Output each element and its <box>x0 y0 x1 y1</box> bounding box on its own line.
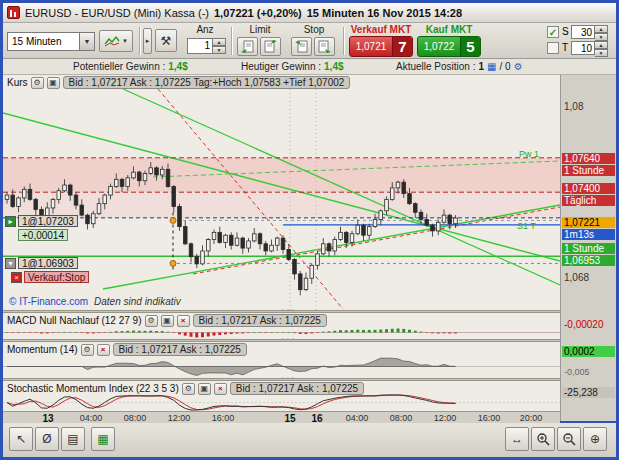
target-checkbox[interactable] <box>547 42 559 54</box>
disclaimer: Daten sind indikativ <box>94 296 181 307</box>
stochastic-value: -25,238 <box>562 387 615 398</box>
axis-tick: 12:00 <box>434 413 457 423</box>
support-label: 1,06953 <box>562 255 615 266</box>
fit-width-icon: ↔ <box>511 432 523 446</box>
target-checkbox-label: T <box>562 42 568 53</box>
quantity-label: Anz <box>185 24 225 35</box>
camera-icon[interactable]: ▣ <box>198 383 211 395</box>
toolbar-separator <box>343 27 344 55</box>
resistance2-timeframe: Täglich <box>562 195 615 206</box>
zoom-in-button[interactable] <box>531 427 555 451</box>
up-arrow-icon[interactable]: ▲ <box>595 41 608 49</box>
down-arrow-icon[interactable]: ▼ <box>595 33 608 41</box>
axis-tick: 16:00 <box>478 413 501 423</box>
potential-gain-value: 1,4$ <box>168 61 187 72</box>
eraser-tool-button[interactable]: Ø <box>35 427 59 451</box>
collapse-button[interactable]: ▸ <box>143 28 152 54</box>
target-distance-stepper[interactable]: 10 ▲▼ <box>571 41 608 55</box>
bottom-toolbar: ↖ Ø ▤ ▦ ↔ ⊕ <box>3 423 616 457</box>
stop-distance-value[interactable]: 30 <box>571 25 595 39</box>
settings-icon[interactable]: ⚙ <box>182 383 195 395</box>
eraser-icon: Ø <box>42 432 51 446</box>
up-arrow-icon[interactable]: ▲ <box>595 25 608 33</box>
chevron-down-icon[interactable]: ▼ <box>79 33 94 50</box>
toolbar-separator <box>139 27 140 55</box>
sell-price: 1,0721 <box>350 41 392 52</box>
positions-list-icon[interactable]: ▦ <box>487 61 496 72</box>
close-icon[interactable]: × <box>11 272 22 283</box>
stop-type-marker[interactable]: × Verkauf:Stop <box>11 271 89 283</box>
notes-icon: ▤ <box>67 432 78 446</box>
settings-icon[interactable]: ⚙ <box>31 77 44 89</box>
limit-buy-button[interactable] <box>260 37 281 56</box>
timeframe-select[interactable]: 15 Minuten ▼ <box>7 32 95 51</box>
zoom-out-button[interactable] <box>557 427 581 451</box>
order-icon: ▾ <box>5 258 16 269</box>
close-icon[interactable]: × <box>97 344 110 356</box>
zoom-reset-button[interactable]: ⊕ <box>583 427 607 451</box>
axis-tick: 20:00 <box>520 413 543 423</box>
close-icon[interactable]: × <box>177 315 190 327</box>
entry-price-tag[interactable]: 1@1,07203 <box>18 215 78 227</box>
stochastic-title: Stochastic Momentum Index (22 3 5 3) <box>7 383 179 394</box>
stochastic-chart[interactable] <box>3 394 560 411</box>
price-scale[interactable]: 1,08 1,07640 1 Stunde 1,07400 Täglich 1,… <box>560 75 616 421</box>
scale-fit-button[interactable]: ↔ <box>505 427 529 451</box>
target-distance-arrows[interactable]: ▲▼ <box>595 41 608 55</box>
buy-market-button[interactable]: 1,0722 5 <box>417 36 481 57</box>
support-timeframe: 1 Stunde <box>562 243 615 254</box>
quantity-value[interactable]: 1 <box>187 38 213 54</box>
sell-market-button[interactable]: 1,0721 7 <box>349 36 413 57</box>
pnl-tag: +0,00014 <box>18 229 68 241</box>
close-icon[interactable]: × <box>214 383 227 395</box>
cursor-tool-button[interactable]: ↖ <box>9 427 33 451</box>
stop-distance-arrows[interactable]: ▲▼ <box>595 25 608 39</box>
limit-buy-icon <box>263 40 278 53</box>
axis-tick: 04:00 <box>346 413 369 423</box>
stop-order-marker[interactable]: ▾ 1@1,06903 <box>5 257 78 269</box>
pnl-marker: +0,00014 <box>18 229 68 241</box>
quantity-arrows[interactable]: ▲▼ <box>213 38 226 54</box>
stop-buy-icon <box>317 40 332 53</box>
settings-icon[interactable]: ⚙ <box>81 344 94 356</box>
limit-sell-icon <box>240 40 255 53</box>
down-arrow-icon[interactable]: ▼ <box>595 49 608 57</box>
trading-window: EURUSD - EUR/USD (Mini) Kassa (-) 1,0722… <box>0 0 619 460</box>
candle-countdown: 1m13s <box>562 229 615 240</box>
momentum-quote: Bid : 1,07217 Ask : 1,07225 <box>113 343 247 356</box>
chart-style-button[interactable]: ▼ <box>99 30 133 52</box>
open-position-marker[interactable]: ▸ 1@1,07203 <box>5 215 78 227</box>
chart-style-icon <box>104 35 120 47</box>
stop-checkbox[interactable]: ✓ <box>547 26 559 38</box>
orders-table-button[interactable]: ▦ <box>91 427 115 451</box>
copyright-link[interactable]: © IT-Finance.com <box>9 296 88 307</box>
notes-tool-button[interactable]: ▤ <box>61 427 85 451</box>
position-label: Aktuelle Position : <box>396 61 476 72</box>
scale-label: 1,08 <box>562 101 615 112</box>
resistance1-timeframe: 1 Stunde <box>562 165 615 176</box>
stop-order-tag[interactable]: 1@1,06903 <box>18 257 78 269</box>
target-distance-value[interactable]: 10 <box>571 41 595 55</box>
settings-icon[interactable]: ⚙ <box>145 315 158 327</box>
stop-type-tag: Verkauf:Stop <box>24 271 89 283</box>
today-gain-value: 1,4$ <box>324 61 343 72</box>
stop-sell-button[interactable] <box>291 37 312 56</box>
gear-icon[interactable]: ⚙ <box>514 61 523 72</box>
tools-button[interactable]: ⚒ <box>155 29 177 52</box>
sell-mkt-label: Verkauf MKT <box>349 24 413 35</box>
camera-icon[interactable]: ▣ <box>161 315 174 327</box>
gains-bar: Potentieller Gewinn : 1,4$ Heutiger Gewi… <box>3 59 616 75</box>
stop-buy-button[interactable] <box>314 37 335 56</box>
copyright: © IT-Finance.comDaten sind indikativ <box>9 296 181 307</box>
camera-icon[interactable]: ▣ <box>47 77 60 89</box>
pivot-annotation: Pw 1 <box>519 149 539 159</box>
up-arrow-icon[interactable]: ▲ <box>213 38 226 46</box>
limit-sell-button[interactable] <box>237 37 258 56</box>
stop-distance-stepper[interactable]: 30 ▲▼ <box>571 25 608 39</box>
axis-tick: 12:00 <box>168 413 191 423</box>
toolbar-separator <box>231 27 232 55</box>
quantity-stepper[interactable]: 1 ▲▼ <box>187 38 226 54</box>
stochastic-pane: Stochastic Momentum Index (22 3 5 3) ⚙ ▣… <box>3 381 560 411</box>
main-toolbar: 15 Minuten ▼ ▼ ▸ ⚒ Anz 1 ▲▼ Limit <box>3 23 616 59</box>
down-arrow-icon[interactable]: ▼ <box>213 46 226 54</box>
